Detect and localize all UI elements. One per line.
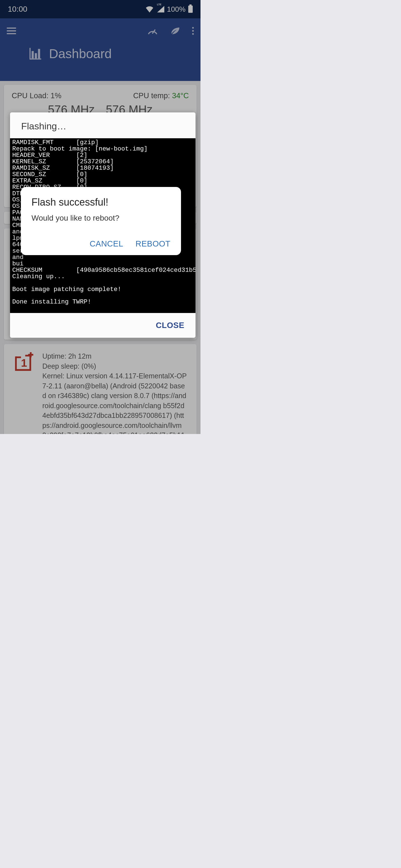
reboot-button[interactable]: REBOOT [136,239,170,248]
reboot-dialog: Flash successful! Would you like to rebo… [21,187,181,255]
cancel-button[interactable]: CANCEL [90,239,123,248]
close-button[interactable]: CLOSE [156,321,184,330]
alert-message: Would you like to reboot? [31,214,170,223]
flashing-title: Flashing… [10,113,196,138]
alert-title: Flash successful! [31,196,170,208]
